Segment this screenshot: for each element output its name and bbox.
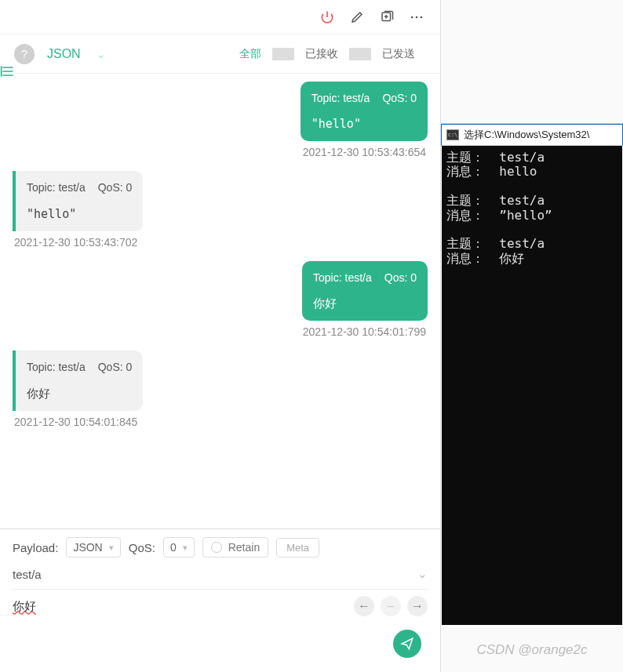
meta-button[interactable]: Meta	[276, 538, 319, 558]
message-header: Topic: test/aQos: 0	[313, 269, 417, 286]
browser-backdrop-bottom: CSDN @orange2c	[441, 627, 623, 672]
message-body: "hello"	[27, 205, 132, 223]
power-icon[interactable]	[319, 9, 335, 25]
message-header: Topic: test/aQoS: 0	[312, 89, 417, 107]
format-label: JSON	[47, 47, 81, 61]
message-body: 你好	[313, 294, 417, 313]
payload-label: Payload:	[13, 541, 58, 554]
filter-tabs: 全部 已接收 已发送	[228, 47, 426, 61]
message-row: Topic: test/aQoS: 0"hello"2021-12-30 10:…	[13, 82, 428, 158]
payload-input[interactable]: 你好 ← – →	[13, 589, 428, 616]
dash-icon: –	[381, 596, 401, 616]
message-timestamp: 2021-12-30 10:53:43:654	[301, 146, 428, 158]
message-header: Topic: test/aQoS: 0	[27, 358, 132, 376]
svg-point-2	[416, 16, 418, 18]
compose-area: Payload: JSON▾ QoS: 0▾ Retain Meta test/…	[0, 529, 440, 672]
radio-icon	[211, 542, 222, 553]
message-row: Topic: test/aQoS: 0你好2021-12-30 10:54:01…	[13, 351, 428, 427]
message-list: Topic: test/aQoS: 0"hello"2021-12-30 10:…	[0, 74, 440, 529]
cmd-icon	[446, 129, 459, 140]
chevron-down-icon: ▾	[183, 543, 188, 553]
message-timestamp: 2021-12-30 10:53:43:702	[13, 236, 139, 249]
mqtt-client-panel: ? JSON ⌄ 全部 已接收 已发送 Topic: test/aQoS: 0"…	[0, 0, 441, 672]
payload-format-select[interactable]: JSON▾	[66, 537, 120, 558]
tab-received[interactable]: 已接收	[294, 47, 349, 61]
watermark: CSDN @orange2c	[476, 642, 587, 658]
history-nav: ← – →	[354, 596, 428, 616]
message-bubble[interactable]: Topic: test/aQoS: 0"hello"	[13, 171, 143, 231]
svg-point-1	[411, 16, 414, 18]
message-bubble[interactable]: Topic: test/aQos: 0你好	[302, 261, 428, 321]
terminal-title: 选择C:\Windows\System32\	[464, 128, 589, 142]
message-timestamp: 2021-12-30 10:54:01:845	[13, 416, 139, 428]
qos-select[interactable]: 0▾	[163, 537, 195, 558]
message-bubble[interactable]: Topic: test/aQoS: 0"hello"	[301, 82, 428, 141]
send-button[interactable]	[393, 630, 421, 658]
message-header: Topic: test/aQoS: 0	[27, 179, 132, 196]
message-body: "hello"	[312, 114, 417, 133]
compose-options: Payload: JSON▾ QoS: 0▾ Retain Meta	[13, 537, 428, 558]
chevron-down-icon: ▾	[109, 543, 114, 553]
message-row: Topic: test/aQoS: 0"hello"2021-12-30 10:…	[13, 171, 428, 248]
collapse-handle-icon[interactable]	[0, 63, 17, 86]
format-select[interactable]: JSON ⌄	[47, 47, 106, 61]
browser-backdrop-top	[441, 0, 623, 124]
chevron-down-icon: ⌄	[417, 567, 428, 581]
more-icon[interactable]	[409, 9, 424, 25]
message-bubble[interactable]: Topic: test/aQoS: 0你好	[13, 351, 143, 410]
edit-icon[interactable]	[349, 9, 365, 25]
message-body: 你好	[27, 384, 132, 403]
next-icon[interactable]: →	[407, 596, 428, 616]
help-icon[interactable]: ?	[14, 44, 35, 64]
prev-icon[interactable]: ←	[354, 596, 374, 616]
terminal-output[interactable]: 主题： test/a 消息： hello 主题： test/a 消息： ”hel…	[442, 146, 622, 625]
tab-sent[interactable]: 已发送	[371, 47, 426, 61]
message-filter-bar: ? JSON ⌄ 全部 已接收 已发送	[0, 35, 440, 74]
topic-input[interactable]: test/a ⌄	[13, 567, 428, 581]
svg-point-3	[421, 16, 423, 18]
qos-label: QoS:	[129, 541, 155, 554]
message-timestamp: 2021-12-30 10:54:01:799	[301, 325, 428, 338]
retain-toggle[interactable]: Retain	[202, 537, 268, 558]
message-row: Topic: test/aQos: 0你好2021-12-30 10:54:01…	[13, 261, 428, 338]
tab-all[interactable]: 全部	[228, 47, 272, 61]
terminal-titlebar[interactable]: 选择C:\Windows\System32\	[441, 124, 623, 146]
top-toolbar	[0, 0, 440, 35]
chevron-down-icon: ⌄	[97, 48, 106, 60]
new-window-icon[interactable]	[379, 9, 395, 25]
